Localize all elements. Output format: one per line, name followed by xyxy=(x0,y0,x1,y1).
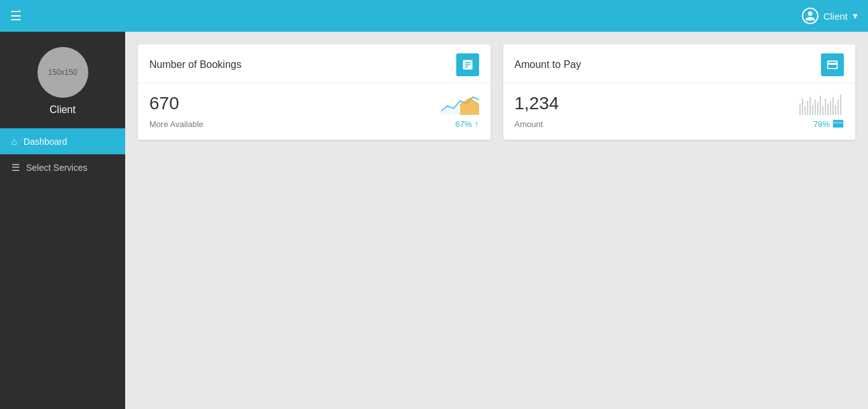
sidebar-nav: ⌂ Dashboard ☰ Select Services xyxy=(0,128,125,181)
bookings-icon xyxy=(461,58,474,71)
sidebar-item-select-services[interactable]: ☰ Select Services xyxy=(0,154,125,181)
topbar: ☰ Client ▾ xyxy=(0,0,868,32)
svg-rect-4 xyxy=(804,106,806,115)
svg-rect-6 xyxy=(810,97,811,115)
svg-rect-10 xyxy=(820,96,821,115)
amount-stat: 78% xyxy=(813,119,844,130)
svg-rect-18 xyxy=(840,95,841,115)
bookings-card-title: Number of Bookings xyxy=(149,59,241,70)
avatar: 150x150 xyxy=(37,47,88,98)
bookings-stat-arrow: ↑ xyxy=(475,119,479,129)
sidebar: 150x150 Client ⌂ Dashboard ☰ Select Serv… xyxy=(0,32,125,409)
topbar-left: ☰ xyxy=(10,8,22,23)
amount-stat-icon xyxy=(832,119,844,130)
bookings-subtitle: More Available xyxy=(149,119,203,129)
svg-rect-2 xyxy=(799,104,801,115)
bookings-card: Number of Bookings 670 xyxy=(138,44,491,140)
bookings-card-header: Number of Bookings xyxy=(138,44,491,83)
user-avatar-icon xyxy=(802,8,818,24)
avatar-text: 150x150 xyxy=(48,68,77,77)
svg-rect-20 xyxy=(833,122,844,124)
bookings-value: 670 xyxy=(149,93,179,114)
amount-card-title: Amount to Pay xyxy=(515,59,581,70)
bookings-card-footer: More Available 67% ↑ xyxy=(149,119,479,129)
amount-icon-box xyxy=(821,53,844,76)
bookings-chart xyxy=(441,92,479,115)
svg-rect-16 xyxy=(835,105,836,115)
main-layout: 150x150 Client ⌂ Dashboard ☰ Select Serv… xyxy=(0,32,868,409)
creditcard-icon xyxy=(832,119,844,128)
amount-card-header: Amount to Pay xyxy=(503,44,856,83)
bookings-card-body: 670 More Available 67% xyxy=(138,83,491,139)
dropdown-chevron: ▾ xyxy=(853,10,858,22)
svg-rect-12 xyxy=(825,98,826,115)
amount-stat-value: 78% xyxy=(813,119,830,129)
amount-subtitle: Amount xyxy=(515,119,543,129)
sidebar-item-dashboard[interactable]: ⌂ Dashboard xyxy=(0,128,125,154)
svg-rect-13 xyxy=(827,104,829,115)
amount-card-footer: Amount 78% xyxy=(515,119,844,130)
svg-rect-17 xyxy=(837,100,839,115)
sidebar-item-dashboard-label: Dashboard xyxy=(24,137,67,147)
bookings-stat-value: 67% xyxy=(455,119,471,129)
cards-row: Number of Bookings 670 xyxy=(138,44,855,140)
bookings-value-row: 670 xyxy=(149,92,479,115)
services-icon: ☰ xyxy=(11,162,20,173)
user-menu[interactable]: Client ▾ xyxy=(802,8,858,24)
svg-rect-11 xyxy=(822,106,824,115)
svg-rect-14 xyxy=(830,101,831,115)
content-area: Number of Bookings 670 xyxy=(125,32,868,409)
bookings-stat: 67% ↑ xyxy=(455,119,478,129)
svg-rect-3 xyxy=(802,98,803,115)
bookings-icon-box xyxy=(456,53,479,76)
dashboard-icon: ⌂ xyxy=(11,136,17,147)
hamburger-button[interactable]: ☰ xyxy=(10,8,22,23)
svg-rect-9 xyxy=(817,102,818,115)
person-icon xyxy=(804,10,816,22)
amount-value-row: 1,234 xyxy=(515,92,844,115)
svg-rect-8 xyxy=(815,100,816,115)
svg-rect-7 xyxy=(812,105,813,115)
payment-icon xyxy=(826,58,839,71)
svg-rect-5 xyxy=(807,101,808,115)
sidebar-avatar-section: 150x150 Client xyxy=(0,32,125,126)
amount-card-body: 1,234 xyxy=(503,83,856,140)
svg-rect-15 xyxy=(832,97,834,115)
sidebar-username: Client xyxy=(50,104,76,116)
amount-value: 1,234 xyxy=(515,93,559,114)
sidebar-item-services-label: Select Services xyxy=(26,163,87,173)
user-label: Client xyxy=(824,11,848,22)
amount-card: Amount to Pay 1,234 xyxy=(503,44,856,140)
amount-chart xyxy=(799,92,844,115)
